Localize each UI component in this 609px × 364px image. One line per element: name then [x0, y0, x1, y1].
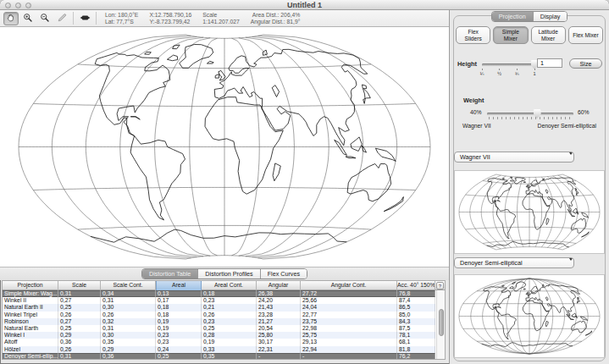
popup-stepper-icon	[566, 154, 571, 163]
table-cell: Natural Earth II	[3, 304, 58, 311]
table-cell: 76,8	[397, 290, 435, 297]
toolbar: Lon: 180,0°ELat: 77,7°SX:12.758.790,16Y:…	[0, 10, 449, 27]
help-button[interactable]: ?	[436, 282, 444, 290]
projection-select-2-value: Denoyer Semi-elliptical	[460, 259, 523, 267]
weight-right-projection: Denoyer Semi-elliptical	[537, 123, 596, 129]
mixer-button-flex-sliders[interactable]: Flex Sliders	[456, 26, 490, 44]
selection-frame-icon	[80, 11, 91, 26]
scrollbar-thumb[interactable]	[439, 309, 444, 336]
table-cell: 0,31	[58, 290, 101, 297]
titlebar[interactable]: Untitled 1	[0, 0, 609, 10]
column-header-areal-cont-[interactable]: Areal Cont.	[202, 281, 257, 290]
table-cell: 0,23	[156, 332, 202, 339]
table-cell: 0,26	[101, 312, 156, 318]
size-button[interactable]: Size	[569, 58, 602, 69]
table-row[interactable]: Simple Mixer: Wag...0,310,340,130,1826,3…	[3, 290, 435, 297]
magnifier-plus-icon	[23, 11, 33, 26]
height-slider[interactable]	[482, 63, 534, 66]
toolbar-separator	[73, 12, 74, 25]
readout-line: Lon: 180,0°E	[105, 12, 138, 19]
preview-map-denoyer	[455, 275, 604, 357]
weight-right-value: 60%	[578, 109, 590, 115]
table-cell: 22,94	[301, 346, 397, 353]
table-cell: Robinson	[3, 318, 58, 325]
table-cell: 0,25	[58, 325, 101, 332]
table-cell: 21,43	[257, 304, 301, 311]
table-cell: 25,66	[301, 297, 397, 304]
weight-slider[interactable]	[487, 113, 573, 115]
column-header-acc-40-150-[interactable]: Acc. 40° 150%	[397, 281, 435, 290]
readout-line: Scale	[202, 12, 239, 19]
table-cell: 20,54	[257, 325, 301, 332]
mixer-mode-buttons: Flex SlidersSimple MixerLatitude MixerFl…	[456, 26, 603, 44]
table-cell: 0,19	[156, 318, 202, 325]
table-cell: 0,18	[202, 290, 257, 297]
table-cell: 26,38	[257, 290, 301, 297]
world-map-main[interactable]	[0, 27, 449, 267]
table-scrollbar[interactable]	[436, 290, 445, 359]
table-cell: 86,5	[397, 304, 435, 311]
table-row[interactable]: Natural Earth0,250,310,190,2520,5422,988…	[3, 325, 435, 332]
map-canvas[interactable]	[0, 27, 449, 267]
mixer-button-latitude-mixer[interactable]: Latitude Mixer	[531, 26, 566, 44]
height-label: Height	[457, 60, 477, 68]
weight-label: Weight	[463, 97, 484, 104]
table-cell: 0,26	[202, 312, 257, 318]
table-row[interactable]: Denoyer Semi-ellip...0,310,360,250,35--7…	[3, 353, 435, 359]
measure-tool[interactable]	[54, 12, 69, 25]
readout-line: Lat: 77,7°S	[105, 19, 138, 25]
table-row[interactable]: Natural Earth II0,250,300,180,2121,4324,…	[3, 304, 435, 311]
table-row[interactable]: Winkel I0,290,300,230,2825,8025,7578,1	[3, 332, 435, 339]
table-cell: 0,30	[101, 332, 156, 339]
column-header-projection[interactable]: Projection	[3, 281, 58, 290]
height-tick-label: ¼	[477, 71, 487, 76]
table-cell: Winkel Tripel	[3, 312, 58, 318]
zoom-in-tool[interactable]	[20, 12, 36, 25]
table-cell: 76,2	[397, 353, 435, 359]
projection-select-1-value: Wagner VII	[460, 153, 490, 161]
preview-card-wagner	[454, 170, 605, 254]
column-header-angular[interactable]: Angular	[257, 281, 301, 290]
height-value-field[interactable]	[537, 58, 562, 68]
weight-left-value: 40%	[470, 109, 482, 115]
zoom-out-tool[interactable]	[37, 12, 53, 25]
tab-distortion-table[interactable]: Distortion Table	[142, 269, 198, 279]
tool-buttons	[3, 12, 99, 25]
table-cell: 0,24	[156, 346, 202, 353]
table-cell: 0,31	[58, 353, 101, 359]
fit-selection-tool[interactable]	[77, 12, 92, 25]
tab-projection[interactable]: Projection	[492, 12, 534, 21]
table-row[interactable]: Winkel II0,270,310,170,2324,2025,6687,4	[3, 297, 435, 304]
table-cell: 0,30	[101, 304, 156, 311]
table-cell: 0,36	[101, 353, 156, 359]
mixer-button-flex-mixer[interactable]: Flex Mixer	[568, 26, 603, 44]
table-cell: 0,28	[202, 332, 257, 339]
tab-flex-curves[interactable]: Flex Curves	[261, 269, 307, 279]
tab-distortion-profiles[interactable]: Distortion Profiles	[198, 269, 260, 279]
table-cell: 29,13	[301, 339, 397, 345]
weight-left-projection: Wagner VII	[462, 123, 491, 129]
table-row[interactable]: Aitoff0,360,350,230,1930,1729,1368,1	[3, 339, 435, 345]
table-row[interactable]: Winkel Tripel0,260,260,180,2623,2822,778…	[3, 312, 435, 318]
projection-select-2[interactable]: Denoyer Semi-elliptical	[454, 257, 574, 268]
pan-tool[interactable]	[3, 12, 19, 25]
column-header-areal[interactable]: Areal	[156, 281, 202, 290]
table-cell: 22,77	[301, 312, 397, 318]
column-header-scale-cont-[interactable]: Scale Cont.	[101, 281, 156, 290]
table-cell: 81,8	[397, 346, 435, 353]
table-cell: 87,4	[397, 297, 435, 304]
projection-select-1[interactable]: Wagner VII	[454, 152, 574, 163]
toolbar-readout: Area Dist.: 206,4%Angular Dist.: 81,9°	[251, 12, 301, 25]
column-header-angular-cont-[interactable]: Angular Cont.	[301, 281, 397, 290]
table-cell: 68,1	[397, 339, 435, 345]
table-row[interactable]: Robinson0,270,320,190,2321,2723,7584,3	[3, 318, 435, 325]
column-header-scale[interactable]: Scale	[58, 281, 101, 290]
table-cell: 0,18	[156, 312, 202, 318]
hand-icon	[6, 11, 16, 26]
table-row[interactable]: Hölzel0,260,290,240,3322,3122,9481,8	[3, 346, 435, 353]
mixer-button-simple-mixer[interactable]: Simple Mixer	[493, 26, 528, 44]
tab-display[interactable]: Display	[534, 12, 567, 21]
table-cell: 0,21	[202, 304, 257, 311]
table-cell: 84,3	[397, 318, 435, 325]
toolbar-separator	[96, 12, 97, 25]
